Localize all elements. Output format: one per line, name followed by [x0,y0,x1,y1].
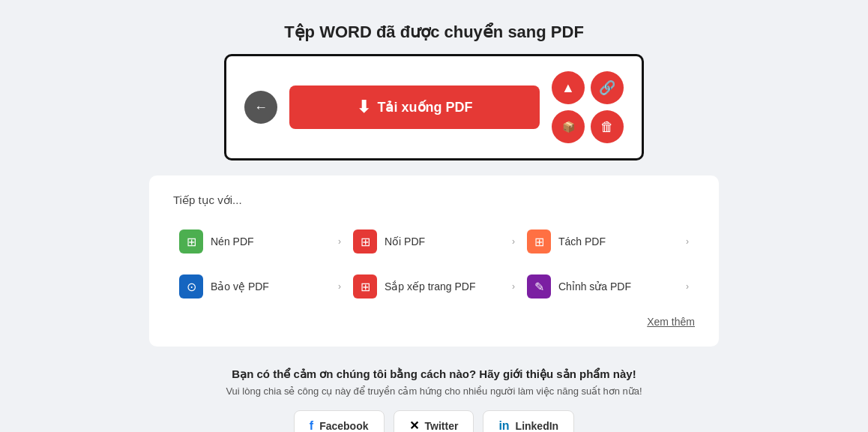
tool-icon: ⊞ [179,230,203,254]
link-icon: 🔗 [599,80,615,96]
delete-icon: 🗑 [600,119,614,135]
share-title: Bạn có thể cảm ơn chúng tôi bằng cách nà… [226,368,642,381]
twitter-share-button[interactable]: ✕ Twitter [394,410,474,432]
download-icon: ⬇ [357,98,370,117]
download-button[interactable]: ⬇ Tải xuống PDF [289,86,540,129]
tool-label: Sắp xếp trang PDF [385,280,504,292]
page-title: Tệp WORD đã được chuyển sang PDF [284,22,584,42]
action-box: ← ⬇ Tải xuống PDF ▲ 🔗 📦 🗑 [224,54,644,160]
tool-arrow-icon: › [338,236,341,247]
facebook-icon: f [310,419,313,433]
action-icons: ▲ 🔗 📦 🗑 [552,71,624,143]
back-button[interactable]: ← [244,91,277,124]
tool-item[interactable]: ⊞Sắp xếp trang PDF› [347,266,521,308]
tool-arrow-icon: › [686,281,689,292]
share-section: Bạn có thể cảm ơn chúng tôi bằng cách nà… [226,368,642,432]
download-label: Tải xuống PDF [378,99,473,116]
tool-arrow-icon: › [338,281,341,292]
dropbox-icon-button[interactable]: 📦 [552,110,585,143]
linkedin-share-button[interactable]: in LinkedIn [483,410,574,432]
tool-label: Nén PDF [211,236,331,248]
tool-icon: ✎ [527,274,551,298]
tool-label: Bảo vệ PDF [211,280,331,292]
facebook-label: Facebook [319,420,368,432]
facebook-share-button[interactable]: f Facebook [294,410,385,432]
tool-item[interactable]: ⊞Nối PDF› [347,220,521,262]
link-icon-button[interactable]: 🔗 [591,71,624,104]
tool-icon: ⊞ [353,274,377,298]
continue-title: Tiếp tục với... [173,194,695,207]
tools-grid: ⊞Nén PDF›⊞Nối PDF›⊞Tách PDF›⊙Bảo vệ PDF›… [173,220,695,308]
tool-label: Tách PDF [558,236,678,248]
tool-label: Chỉnh sửa PDF [558,280,678,292]
tool-arrow-icon: › [512,236,515,247]
share-subtitle: Vui lòng chia sẻ công cụ này để truyền c… [226,386,642,397]
upload-icon: ▲ [561,80,575,96]
dropbox-icon: 📦 [562,121,575,133]
twitter-label: Twitter [425,420,459,432]
twitter-icon: ✕ [409,418,419,432]
see-more: Xem thêm [173,315,695,328]
delete-icon-button[interactable]: 🗑 [591,110,624,143]
tool-icon: ⊞ [353,230,377,254]
tool-arrow-icon: › [512,281,515,292]
tool-item[interactable]: ⊞Nén PDF› [173,220,347,262]
tool-label: Nối PDF [385,236,504,248]
tool-item[interactable]: ⊞Tách PDF› [521,220,695,262]
upload-icon-button[interactable]: ▲ [552,71,585,104]
tool-item[interactable]: ✎Chỉnh sửa PDF› [521,266,695,308]
tool-arrow-icon: › [686,236,689,247]
tool-item[interactable]: ⊙Bảo vệ PDF› [173,266,347,308]
share-buttons: f Facebook ✕ Twitter in LinkedIn [226,410,642,432]
tool-icon: ⊙ [179,274,203,298]
continue-section: Tiếp tục với... ⊞Nén PDF›⊞Nối PDF›⊞Tách … [149,176,719,346]
linkedin-icon: in [498,419,509,433]
back-icon: ← [254,100,268,116]
linkedin-label: LinkedIn [516,420,559,432]
tool-icon: ⊞ [527,230,551,254]
see-more-link[interactable]: Xem thêm [647,316,695,328]
